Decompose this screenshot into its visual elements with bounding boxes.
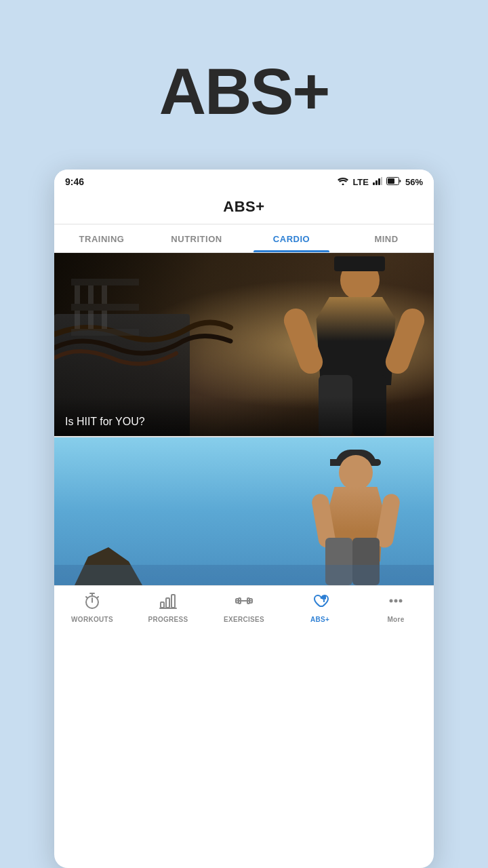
tab-nutrition[interactable]: NUTRITION — [149, 224, 244, 252]
svg-point-26 — [394, 599, 398, 603]
svg-rect-16 — [171, 595, 175, 608]
abs-icon — [310, 591, 329, 613]
chart-icon — [159, 591, 178, 613]
second-card[interactable] — [54, 436, 434, 585]
phone-frame: 9:46 LTE — [54, 170, 434, 868]
hero-card[interactable]: Is HIIT for YOU? — [54, 253, 434, 436]
nav-progress[interactable]: PROGRESS — [130, 591, 206, 623]
svg-rect-11 — [71, 304, 139, 311]
svg-rect-6 — [388, 178, 394, 184]
dots-icon — [386, 591, 405, 613]
svg-point-0 — [342, 183, 344, 185]
svg-point-25 — [390, 599, 393, 603]
nav-workouts-label: WORKOUTS — [71, 616, 113, 623]
svg-rect-3 — [378, 178, 380, 185]
tab-cardio[interactable]: CARDIO — [244, 224, 339, 252]
app-header-title: ABS+ — [223, 198, 264, 215]
tab-training[interactable]: TRAINING — [54, 224, 149, 252]
second-image — [54, 437, 434, 585]
hero-caption: Is HIIT for YOU? — [54, 397, 434, 436]
svg-rect-2 — [375, 180, 378, 185]
battery-icon — [386, 177, 401, 187]
nav-more[interactable]: More — [358, 591, 434, 623]
app-header: ABS+ — [54, 191, 434, 224]
nav-exercises[interactable]: EXERCISES — [206, 591, 282, 623]
gym-background-equipment — [68, 267, 149, 348]
svg-rect-12 — [71, 329, 139, 336]
status-bar: 9:46 LTE — [54, 170, 434, 191]
svg-point-27 — [399, 599, 403, 603]
dumbbell-icon — [235, 591, 253, 613]
signal-icon — [373, 177, 382, 187]
background-title: ABS+ — [159, 54, 329, 129]
tab-mind[interactable]: MIND — [339, 224, 434, 252]
svg-rect-4 — [381, 177, 382, 185]
stopwatch-icon — [83, 591, 102, 613]
nav-tabs: TRAINING NUTRITION CARDIO MIND — [54, 224, 434, 253]
svg-rect-14 — [161, 602, 164, 608]
status-time: 9:46 — [65, 176, 84, 187]
svg-rect-10 — [71, 279, 139, 285]
bottom-nav: WORKOUTS PROGRESS — [54, 585, 434, 631]
nav-more-label: More — [387, 616, 404, 623]
lte-label: LTE — [352, 177, 369, 187]
nav-workouts[interactable]: WORKOUTS — [54, 591, 130, 623]
svg-rect-1 — [373, 182, 375, 185]
svg-rect-15 — [166, 598, 169, 608]
nav-abs[interactable]: ABS+ — [282, 591, 358, 623]
status-right: LTE 56% — [338, 177, 423, 187]
wifi-icon — [338, 177, 348, 187]
battery-percent: 56% — [405, 177, 423, 187]
nav-abs-label: ABS+ — [310, 616, 329, 623]
nav-progress-label: PROGRESS — [148, 616, 188, 623]
content-area: Is HIIT for YOU? — [54, 253, 434, 585]
nav-exercises-label: EXERCISES — [224, 616, 264, 623]
